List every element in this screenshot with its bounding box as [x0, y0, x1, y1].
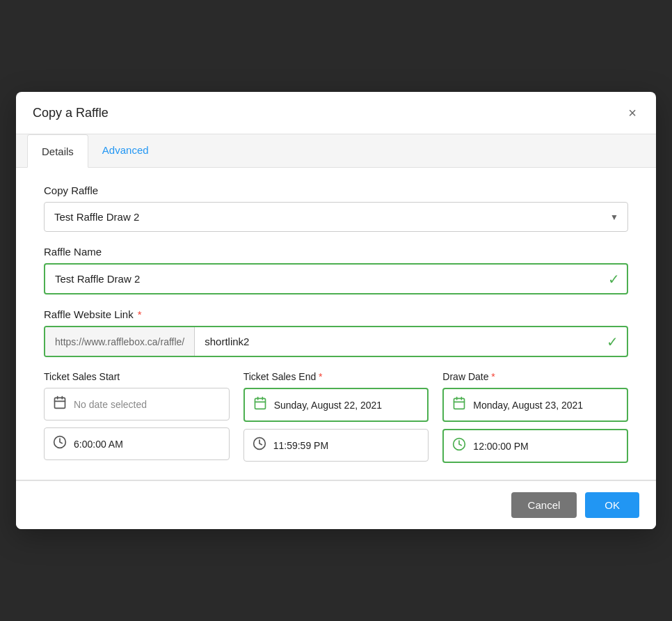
modal-overlay: Copy a Raffle × Details Advanced Copy Ra…: [0, 0, 672, 621]
ticket-sales-start-time-field[interactable]: 6:00:00 AM: [44, 427, 230, 460]
ticket-sales-end-time-field[interactable]: 11:59:59 PM: [243, 429, 429, 462]
url-input-group: https://www.rafflebox.ca/raffle/ ✓: [44, 326, 628, 357]
clock-start-icon: [53, 435, 67, 453]
modal-title: Copy a Raffle: [33, 106, 109, 120]
draw-date-text: Monday, August 23, 2021: [473, 400, 583, 411]
copy-raffle-group: Copy Raffle Test Raffle Draw 2 ▼: [44, 184, 628, 232]
ticket-sales-start-date-field[interactable]: No date selected: [44, 388, 230, 420]
calendar-draw-icon: [452, 396, 466, 414]
modal-header: Copy a Raffle ×: [16, 92, 656, 134]
raffle-name-input-wrapper: ✓: [44, 263, 628, 294]
url-suffix-input[interactable]: [195, 327, 607, 356]
ticket-sales-start-col: Ticket Sales Start No date selected: [44, 371, 230, 463]
raffle-website-label: Raffle Website Link *: [44, 308, 628, 320]
cancel-button[interactable]: Cancel: [511, 492, 577, 518]
svg-rect-0: [55, 398, 65, 408]
copy-raffle-select-wrapper: Test Raffle Draw 2 ▼: [44, 202, 628, 232]
draw-time-field[interactable]: 12:00:00 PM: [442, 429, 628, 463]
close-button[interactable]: ×: [625, 103, 639, 123]
tab-bar: Details Advanced: [16, 134, 656, 168]
svg-rect-5: [255, 398, 265, 409]
ticket-sales-end-label: Ticket Sales End *: [243, 371, 429, 382]
draw-date-col: Draw Date * Monday, August 23, 2021: [442, 371, 628, 463]
form-body: Copy Raffle Test Raffle Draw 2 ▼ Raffle …: [16, 168, 656, 480]
copy-raffle-select[interactable]: Test Raffle Draw 2: [44, 202, 628, 232]
tab-advanced[interactable]: Advanced: [88, 134, 163, 167]
url-check-icon: ✓: [607, 327, 627, 356]
raffle-name-group: Raffle Name ✓: [44, 246, 628, 294]
raffle-name-check-icon: ✓: [608, 271, 620, 288]
raffle-website-group: Raffle Website Link * https://www.raffle…: [44, 308, 628, 357]
calendar-start-icon: [53, 395, 67, 413]
ticket-sales-start-time-text: 6:00:00 AM: [74, 439, 123, 450]
ticket-sales-end-col: Ticket Sales End * Sunday, August 22, 20…: [243, 371, 429, 463]
ok-button[interactable]: OK: [585, 492, 639, 518]
raffle-name-label: Raffle Name: [44, 246, 628, 258]
draw-date-label: Draw Date *: [442, 371, 628, 382]
ticket-sales-start-date-text: No date selected: [74, 399, 147, 410]
ticket-sales-end-date-field[interactable]: Sunday, August 22, 2021: [243, 388, 429, 422]
svg-rect-10: [454, 398, 465, 409]
clock-draw-icon: [452, 437, 466, 455]
draw-date-field[interactable]: Monday, August 23, 2021: [442, 388, 628, 422]
tab-details[interactable]: Details: [27, 134, 88, 168]
modal-dialog: Copy a Raffle × Details Advanced Copy Ra…: [16, 92, 656, 529]
draw-time-text: 12:00:00 PM: [473, 441, 528, 452]
modal-footer: Cancel OK: [16, 480, 656, 529]
calendar-end-icon: [253, 396, 267, 414]
raffle-name-input[interactable]: [44, 263, 628, 294]
ticket-sales-end-date-text: Sunday, August 22, 2021: [274, 400, 382, 411]
ticket-sales-end-time-text: 11:59:59 PM: [273, 440, 328, 451]
date-row: Ticket Sales Start No date selected: [44, 371, 628, 463]
copy-raffle-label: Copy Raffle: [44, 184, 628, 196]
clock-end-icon: [253, 437, 266, 454]
url-prefix: https://www.rafflebox.ca/raffle/: [45, 327, 195, 356]
ticket-sales-start-label: Ticket Sales Start: [44, 371, 230, 382]
